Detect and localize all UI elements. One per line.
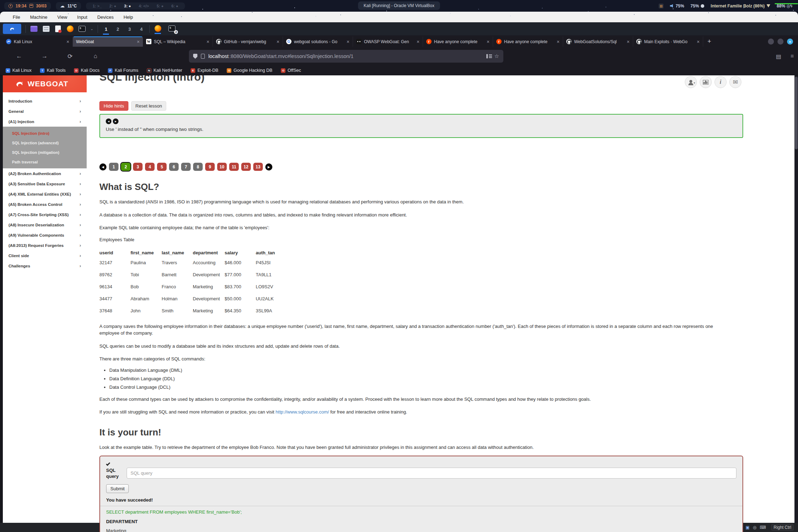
reset-lesson-button[interactable]: Reset lesson [131, 101, 166, 111]
page-button-10[interactable]: 10 [217, 163, 227, 171]
sql-query-input[interactable] [127, 468, 736, 479]
menu-view[interactable]: View [57, 15, 67, 20]
host-workspace-2[interactable]: 2: ● [107, 4, 118, 8]
next-page-icon[interactable]: ► [265, 163, 272, 170]
tab-kali-linux[interactable]: Kali Linux × [3, 36, 73, 47]
new-tab-button[interactable]: + [703, 38, 716, 45]
launcher-files-icon[interactable] [42, 25, 50, 33]
sidebar-item-introduction[interactable]: Introduction› [3, 96, 87, 106]
menu-devices[interactable]: Devices [97, 15, 114, 20]
sidebar-item-a4-xxe[interactable]: (A4) XML External Entities (XXE)› [3, 189, 87, 199]
hide-hints-button[interactable]: Hide hints [99, 101, 128, 111]
sqlcourse-link[interactable]: http://www.sqlcourse.com/ [276, 409, 329, 415]
host-workspace-3-active[interactable]: 3: ● [122, 4, 133, 8]
tab-google-webgoat-solutions[interactable]: G webgoat solutions - Go × [283, 36, 353, 47]
tab-close-icon[interactable]: × [137, 39, 140, 45]
bookmark-exploit-db[interactable]: EExploit-DB [191, 68, 218, 73]
host-workspace-6[interactable]: 6: ● [169, 4, 180, 8]
tab-sql-wikipedia[interactable]: W SQL – Wikipedia × [143, 36, 213, 47]
page-button-3[interactable]: 3 [133, 163, 143, 171]
tab-github-vernjan[interactable]: GitHub - vernjan/webg × [213, 36, 283, 47]
launcher-window-icon[interactable] [30, 25, 38, 33]
host-workspace-4[interactable]: 4: </> [136, 4, 151, 8]
page-button-11[interactable]: 11 [229, 163, 239, 171]
page-button-6[interactable]: 6 [169, 163, 179, 171]
tracking-protection-shield-icon[interactable] [193, 54, 197, 59]
vm-workspace-4[interactable]: 4 [138, 24, 145, 33]
tab-close-icon[interactable]: × [277, 39, 279, 45]
submenu-sql-injection-mitigation[interactable]: SQL Injection (mitigation) [3, 148, 87, 157]
bookmark-kali-nethunter[interactable]: NKali NetHunter [147, 68, 182, 73]
submenu-path-traversal[interactable]: Path traversal [3, 157, 87, 167]
menu-machine[interactable]: Machine [30, 15, 47, 20]
forward-button[interactable]: → [40, 51, 50, 61]
sidebar-item-client-side[interactable]: Client side› [3, 250, 87, 261]
launcher-document-icon[interactable] [54, 25, 62, 33]
tab-reddit-1[interactable]: r Have anyone complete × [423, 36, 493, 47]
host-workspace-1[interactable]: 1: >_ [90, 4, 104, 8]
taskbar-terminal-window[interactable]: $2 [168, 25, 176, 33]
bookmark-kali-docs[interactable]: DKali Docs [74, 68, 99, 73]
next-hint-icon[interactable]: ► [113, 118, 118, 124]
submenu-sql-injection-advanced[interactable]: SQL Injection (advanced) [3, 138, 87, 148]
tab-github-main-exploits[interactable]: Main Exploits · WebGo × [633, 36, 703, 47]
page-button-5[interactable]: 5 [157, 163, 167, 171]
sidebar-item-a82013-request-forgeries[interactable]: (A8:2013) Request Forgeries› [3, 240, 87, 250]
page-button-2-current[interactable]: 2 [121, 163, 131, 171]
menu-help[interactable]: Help [123, 15, 133, 20]
menu-file[interactable]: File [13, 15, 20, 20]
menu-input[interactable]: Input [77, 15, 87, 20]
page-scrollbar[interactable] [794, 75, 798, 523]
tab-close-icon[interactable]: × [417, 39, 420, 45]
tab-webgoat-active[interactable]: WebGoat × [73, 36, 143, 47]
tab-owasp-webgoat[interactable]: OWASP WebGoat: Gen × [353, 36, 423, 47]
vm-workspace-1[interactable]: 1 [102, 24, 110, 33]
scoreboard-button[interactable] [700, 76, 712, 88]
submit-button[interactable]: Submit [106, 484, 129, 493]
tab-reddit-2[interactable]: r Have anyone complete × [493, 36, 563, 47]
close-button[interactable]: × [787, 39, 793, 45]
page-button-13[interactable]: 13 [253, 163, 263, 171]
previous-hint-icon[interactable]: ◄ [106, 118, 111, 124]
bookmark-kali-linux[interactable]: KKali Linux [6, 68, 31, 73]
page-button-4[interactable]: 4 [145, 163, 155, 171]
bookmark-kali-tools[interactable]: TKali Tools [40, 68, 65, 73]
url-bar[interactable]: localhost :8080/WebGoat/start.mvc#lesson… [189, 50, 503, 63]
sidebar-item-a2-broken-authentication[interactable]: (A2) Broken Authentication› [3, 168, 87, 179]
tab-close-icon[interactable]: × [557, 39, 560, 45]
page-button-1[interactable]: 1 [109, 163, 118, 171]
sidebar-item-a3-sensitive-data-exposure[interactable]: (A3) Sensitive Data Exposure› [3, 179, 87, 189]
back-button[interactable]: ← [14, 51, 24, 61]
sidebar-item-a1-injection[interactable]: (A1) Injection› [3, 116, 87, 127]
page-button-9[interactable]: 9 [205, 163, 215, 171]
tab-close-icon[interactable]: × [66, 39, 69, 45]
user-menu-button[interactable]: ▾ [685, 76, 697, 88]
tab-close-icon[interactable]: × [487, 39, 490, 45]
vm-workspace-3[interactable]: 3 [126, 24, 133, 33]
sidebar-item-a7-xss[interactable]: (A7) Cross-Site Scripting (XSS)› [3, 209, 87, 220]
vm-workspace-2[interactable]: 2 [114, 24, 121, 33]
library-icon[interactable]: ▤ [776, 53, 781, 60]
bookmark-offsec[interactable]: OOffSec [281, 68, 301, 73]
launcher-terminal-icon[interactable]: $ [78, 25, 86, 33]
sidebar-item-a9-vulnerable-components[interactable]: (A9) Vulnerable Components› [3, 230, 87, 240]
home-button[interactable]: ⌂ [91, 51, 100, 61]
page-button-7[interactable]: 7 [181, 163, 191, 171]
previous-page-icon[interactable]: ◄ [99, 163, 106, 170]
reader-mode-icon[interactable] [486, 54, 491, 58]
bookmark-star-icon[interactable]: ☆ [495, 53, 499, 59]
reload-button[interactable]: ⟳ [65, 51, 75, 61]
contact-button[interactable]: ✉ [729, 76, 741, 88]
submenu-sql-injection-intro[interactable]: SQL Injection (intro) [3, 128, 87, 138]
sidebar-item-a5-broken-access-control[interactable]: (A5) Broken Access Control› [3, 199, 87, 209]
sidebar-item-general[interactable]: General› [3, 106, 87, 116]
tab-close-icon[interactable]: × [697, 39, 700, 45]
maximize-button[interactable] [777, 39, 783, 45]
tab-github-webgoatsolutions[interactable]: WebGoatSolutions/Sql × [563, 36, 633, 47]
sidebar-item-a8-insecure-deserialization[interactable]: (A8) Insecure Deserialization› [3, 220, 87, 230]
bookmark-google-hacking-db[interactable]: GGoogle Hacking DB [227, 68, 272, 73]
page-button-12[interactable]: 12 [241, 163, 251, 171]
about-button[interactable]: i [715, 76, 727, 88]
host-workspace-5[interactable]: 5: ● [154, 4, 166, 8]
tab-close-icon[interactable]: × [347, 39, 349, 45]
